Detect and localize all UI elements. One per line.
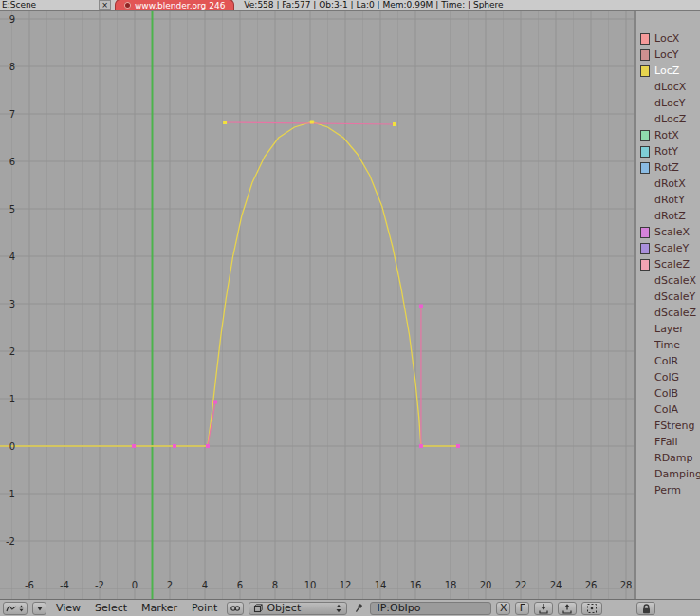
pin-icon[interactable]: [352, 602, 365, 615]
channel-scaley[interactable]: ScaleY: [636, 240, 700, 256]
lock-update-button[interactable]: [636, 602, 655, 615]
channel-scalez[interactable]: ScaleZ: [636, 256, 700, 272]
channel-label: dScaleX: [654, 272, 696, 289]
paste-from-buffer-button[interactable]: [558, 602, 577, 615]
channel-dlocy[interactable]: dLocY: [636, 95, 700, 111]
chevron-down-icon: [36, 605, 44, 612]
channel-color-swatch: [640, 372, 650, 383]
channel-layer[interactable]: Layer: [636, 321, 700, 337]
channel-locz[interactable]: LocZ: [636, 63, 700, 79]
channel-scalex[interactable]: ScaleX: [636, 224, 700, 240]
svg-text:26: 26: [585, 580, 598, 590]
fake-user-button[interactable]: F: [515, 602, 529, 615]
channel-color-swatch: [640, 130, 650, 141]
object-icon: [253, 604, 263, 613]
channel-label: ScaleY: [654, 240, 689, 256]
channel-label: dRotZ: [654, 208, 686, 224]
channel-time[interactable]: Time: [636, 337, 700, 353]
svg-text:18: 18: [445, 580, 457, 590]
blender-logo-icon: [124, 2, 131, 9]
channel-locy[interactable]: LocY: [636, 47, 700, 63]
channel-color-swatch: [640, 275, 650, 287]
channel-rotx[interactable]: RotX: [636, 127, 700, 143]
svg-text:24: 24: [550, 580, 562, 590]
channel-locx[interactable]: LocX: [636, 30, 700, 47]
channel-color-swatch: [640, 356, 650, 367]
channel-drotz[interactable]: dRotZ: [636, 208, 700, 224]
menu-select[interactable]: Select: [90, 601, 132, 616]
svg-text:12: 12: [340, 580, 352, 590]
svg-text:4: 4: [202, 580, 208, 590]
channel-color-swatch: [640, 98, 650, 109]
channel-label: dScaleZ: [654, 305, 696, 321]
scene-name-field[interactable]: E:Scene: [0, 0, 99, 10]
svg-text:14: 14: [375, 580, 387, 590]
channel-roty[interactable]: RotY: [636, 143, 700, 159]
channel-label: Damping: [654, 466, 700, 482]
menu-point[interactable]: Point: [187, 601, 222, 616]
svg-text:7: 7: [9, 109, 15, 120]
channel-list: LocXLocYLocZdLocXdLocYdLocZRotXRotYRotZd…: [634, 11, 700, 599]
channel-rotz[interactable]: RotZ: [636, 159, 700, 176]
ipo-curve-area[interactable]: -6-4-20246810121416182022242628987654321…: [0, 11, 634, 599]
channel-color-swatch: [640, 227, 650, 238]
channel-color-swatch: [640, 146, 650, 158]
svg-text:8: 8: [9, 62, 15, 72]
channel-color-swatch: [640, 388, 650, 400]
channel-colb[interactable]: ColB: [636, 385, 700, 401]
channel-fstreng[interactable]: FStreng: [636, 418, 700, 434]
ipo-type-dropdown[interactable]: Object: [249, 602, 347, 615]
channel-label: ColG: [654, 369, 679, 385]
channel-label: RDamp: [654, 450, 693, 466]
menu-view[interactable]: View: [51, 601, 85, 616]
channel-drotx[interactable]: dRotX: [636, 176, 700, 192]
svg-text:-6: -6: [25, 580, 34, 590]
channel-damping[interactable]: Damping: [636, 466, 700, 482]
ipo-datablock-field[interactable]: IP:ObIpo: [370, 602, 491, 615]
channel-color-swatch: [640, 291, 650, 303]
svg-text:0: 0: [132, 580, 138, 590]
svg-text:16: 16: [410, 580, 422, 590]
blender-version-tab: www.blender.org 246: [115, 0, 234, 10]
channel-label: LocZ: [654, 63, 679, 79]
show-keys-icon-button[interactable]: [227, 602, 244, 615]
channel-color-swatch: [640, 33, 650, 45]
channel-dlocx[interactable]: dLocX: [636, 79, 700, 95]
menus-collapse-button[interactable]: [32, 602, 46, 615]
stepper-arrows-icon[interactable]: [335, 603, 342, 614]
blender-window: E:Scene × www.blender.org 246 Ve:558 | F…: [0, 0, 700, 616]
unlink-ipo-button[interactable]: X: [496, 602, 510, 615]
channel-label: RotZ: [654, 159, 679, 176]
menu-marker[interactable]: Marker: [137, 601, 182, 616]
channel-droty[interactable]: dRotY: [636, 192, 700, 208]
channel-label: Layer: [654, 321, 684, 337]
channel-label: RotX: [654, 127, 679, 143]
scene-unlink-button[interactable]: ×: [99, 0, 111, 10]
channel-color-swatch: [640, 485, 650, 496]
channel-dlocz[interactable]: dLocZ: [636, 111, 700, 127]
center-crosshair-icon: [586, 603, 598, 614]
channel-label: Time: [654, 337, 680, 353]
channel-dscaley[interactable]: dScaleY: [636, 289, 700, 305]
arrow-down-tray-icon: [538, 603, 549, 614]
channel-ffall[interactable]: FFall: [636, 434, 700, 450]
channel-rdamp[interactable]: RDamp: [636, 450, 700, 466]
copy-to-buffer-button[interactable]: [534, 602, 553, 615]
channel-colg[interactable]: ColG: [636, 369, 700, 385]
view-center-button[interactable]: [581, 602, 602, 615]
channel-color-swatch: [640, 420, 650, 432]
svg-text:2: 2: [9, 346, 15, 357]
channel-color-swatch: [640, 211, 650, 222]
channel-label: dRotY: [654, 192, 685, 208]
channel-perm[interactable]: Perm: [636, 482, 700, 498]
svg-text:0: 0: [9, 441, 15, 452]
channel-colr[interactable]: ColR: [636, 353, 700, 369]
editor-type-button[interactable]: [3, 602, 28, 615]
channel-cola[interactable]: ColA: [636, 401, 700, 418]
channel-dscalex[interactable]: dScaleX: [636, 272, 700, 289]
channel-dscalez[interactable]: dScaleZ: [636, 305, 700, 321]
svg-text:-2: -2: [6, 536, 15, 547]
version-label: www.blender.org 246: [135, 1, 225, 10]
channel-color-swatch: [640, 308, 650, 319]
ipo-header: View Select Marker Point Object: [0, 599, 700, 616]
